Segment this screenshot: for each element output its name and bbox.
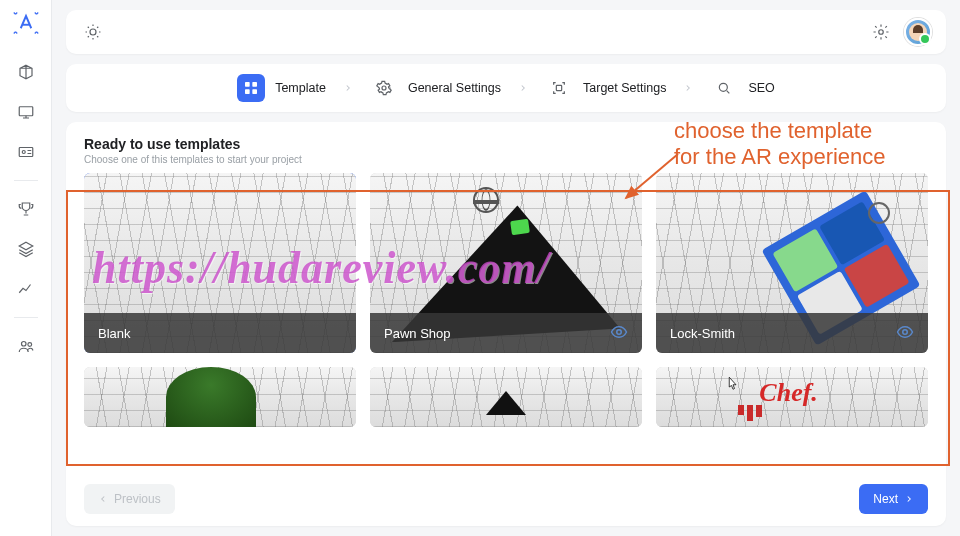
nav-monitor-icon[interactable] bbox=[6, 94, 46, 130]
nav-id-icon[interactable] bbox=[6, 134, 46, 170]
next-button[interactable]: Next bbox=[859, 484, 928, 514]
nav-trophy-icon[interactable] bbox=[6, 191, 46, 227]
previous-button[interactable]: Previous bbox=[84, 484, 175, 514]
step-label: General Settings bbox=[408, 81, 501, 95]
svg-point-13 bbox=[720, 83, 728, 91]
step-template[interactable]: Template bbox=[237, 74, 326, 102]
template-card[interactable] bbox=[370, 367, 642, 427]
template-name: Lock-Smith bbox=[670, 326, 735, 341]
chevron-right-icon bbox=[340, 83, 356, 93]
settings-gear-icon[interactable] bbox=[868, 19, 894, 45]
section-subtitle: Choose one of this templates to start yo… bbox=[84, 154, 928, 165]
search-icon bbox=[710, 74, 738, 102]
scan-icon bbox=[545, 74, 573, 102]
eye-icon bbox=[896, 323, 914, 344]
nav-users-icon[interactable] bbox=[6, 328, 46, 364]
content-panel: Ready to use templates Choose one of thi… bbox=[66, 122, 946, 526]
sidebar bbox=[0, 0, 52, 536]
svg-rect-10 bbox=[253, 89, 258, 94]
svg-rect-8 bbox=[253, 82, 258, 87]
nav-chart-icon[interactable] bbox=[6, 271, 46, 307]
template-card-blank[interactable]: Blank bbox=[84, 173, 356, 353]
nav-layers-icon[interactable] bbox=[6, 231, 46, 267]
svg-point-4 bbox=[27, 343, 31, 347]
svg-point-15 bbox=[903, 329, 908, 334]
template-card-pawn-shop[interactable]: Pawn Shop bbox=[370, 173, 642, 353]
svg-rect-12 bbox=[556, 85, 561, 90]
svg-point-5 bbox=[90, 29, 96, 35]
template-card[interactable]: Chef. bbox=[656, 367, 928, 427]
gear-icon bbox=[370, 74, 398, 102]
template-name: Blank bbox=[98, 326, 131, 341]
svg-point-14 bbox=[617, 329, 622, 334]
sidebar-divider bbox=[14, 317, 38, 318]
template-name: Pawn Shop bbox=[384, 326, 451, 341]
step-label: SEO bbox=[748, 81, 774, 95]
section-title: Ready to use templates bbox=[84, 136, 928, 152]
nav-3d-icon[interactable] bbox=[6, 54, 46, 90]
svg-point-6 bbox=[879, 30, 884, 35]
template-grid: Blank Pawn Shop Lock-Smith bbox=[84, 173, 928, 427]
step-seo[interactable]: SEO bbox=[710, 74, 774, 102]
user-avatar[interactable] bbox=[904, 18, 932, 46]
step-label: Template bbox=[275, 81, 326, 95]
topbar bbox=[66, 10, 946, 54]
step-label: Target Settings bbox=[583, 81, 666, 95]
template-card-lock-smith[interactable]: Lock-Smith bbox=[656, 173, 928, 353]
chevron-right-icon bbox=[515, 83, 531, 93]
sidebar-divider bbox=[14, 180, 38, 181]
svg-point-11 bbox=[382, 86, 386, 90]
chevron-right-icon bbox=[680, 83, 696, 93]
app-logo bbox=[11, 8, 41, 38]
button-label: Previous bbox=[114, 492, 161, 506]
step-general-settings[interactable]: General Settings bbox=[370, 74, 501, 102]
svg-rect-0 bbox=[19, 107, 33, 116]
step-target-settings[interactable]: Target Settings bbox=[545, 74, 666, 102]
grid-icon bbox=[237, 74, 265, 102]
button-label: Next bbox=[873, 492, 898, 506]
svg-rect-9 bbox=[245, 89, 250, 94]
svg-rect-1 bbox=[19, 148, 33, 157]
svg-point-2 bbox=[22, 151, 25, 154]
wizard-footer: Previous Next bbox=[84, 484, 928, 514]
eye-icon bbox=[610, 323, 628, 344]
svg-point-3 bbox=[21, 342, 26, 347]
wizard-stepper: Template General Settings Target Setting… bbox=[66, 64, 946, 112]
svg-rect-7 bbox=[245, 82, 250, 87]
main-area: Template General Settings Target Setting… bbox=[52, 0, 960, 536]
template-card[interactable] bbox=[84, 367, 356, 427]
brightness-icon[interactable] bbox=[80, 19, 106, 45]
